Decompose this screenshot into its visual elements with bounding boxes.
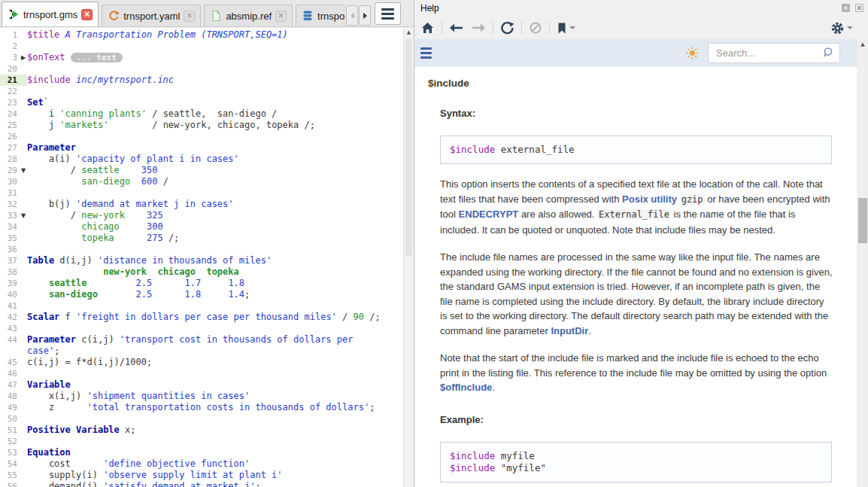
- code-line[interactable]: case';: [0, 345, 403, 357]
- line-number: 27: [0, 142, 20, 154]
- line-number: 52: [0, 436, 20, 447]
- code-line[interactable]: 43: [0, 323, 403, 334]
- code-line[interactable]: 38 new-york chicago topeka: [0, 266, 403, 278]
- database-file-icon: [302, 10, 314, 22]
- sun-icon[interactable]: [686, 47, 699, 62]
- code-line[interactable]: 48 x(i,j) 'shipment quantities in cases': [0, 391, 403, 402]
- tab-trnsport-yaml[interactable]: trnsport.yaml ×: [102, 5, 201, 26]
- line-number: 45: [0, 357, 20, 368]
- line-number: 44: [0, 334, 20, 345]
- tab-trnsport-gdx[interactable]: trnsport.: [296, 5, 345, 26]
- code-line[interactable]: 54 cost 'define objective function': [0, 458, 403, 470]
- code-line[interactable]: 42Scalar f 'freight in dollars per case …: [0, 312, 403, 323]
- help-scrollbar[interactable]: ▲: [857, 40, 868, 487]
- forward-button[interactable]: [471, 22, 486, 34]
- code-line[interactable]: 34 chicago 300: [0, 221, 403, 233]
- line-number: 35: [0, 233, 20, 244]
- tab-scroll-left-button[interactable]: [346, 5, 358, 26]
- code-line[interactable]: 52: [0, 436, 403, 447]
- scroll-up-icon[interactable]: ▲: [857, 40, 868, 49]
- code-line[interactable]: 47Variable: [0, 379, 403, 391]
- code-line[interactable]: 49 z 'total transportation costs in thou…: [0, 402, 403, 413]
- code-editor[interactable]: 1$title A Transportation Problem (TRNSPO…: [0, 28, 403, 487]
- line-number: 33: [0, 210, 20, 221]
- code-lines: 1$title A Transportation Problem (TRNSPO…: [0, 29, 403, 487]
- reload-button[interactable]: [500, 21, 514, 35]
- code-line[interactable]: 31: [0, 187, 403, 199]
- code-line[interactable]: 1$title A Transportation Problem (TRNSPO…: [0, 29, 403, 41]
- tab-close-icon[interactable]: ×: [81, 9, 93, 20]
- code-line[interactable]: 21$include inc/mytrnsport.inc: [0, 75, 403, 86]
- code-line[interactable]: 51Positive Variable x;: [0, 425, 403, 436]
- fold-expanded-icon[interactable]: ▼: [20, 165, 27, 176]
- hamburger-icon: [420, 47, 432, 50]
- tab-list-menu-button[interactable]: [375, 2, 401, 25]
- editor-scrollbar[interactable]: ▲: [403, 28, 414, 487]
- help-link[interactable]: $offInclude: [440, 382, 492, 393]
- code-line[interactable]: 44Parameter c(i,j) 'transport cost in th…: [0, 334, 403, 345]
- code-line[interactable]: 27Parameter: [0, 142, 403, 154]
- line-number: 37: [0, 255, 20, 266]
- tab-absmip-ref[interactable]: absmip.ref ×: [204, 5, 293, 26]
- line-number: 38: [0, 266, 20, 278]
- help-subbar: [414, 39, 858, 66]
- code-line[interactable]: 25 j 'markets' / new-york, chicago, tope…: [0, 120, 403, 131]
- home-button[interactable]: [420, 21, 435, 35]
- code-line[interactable]: 50: [0, 413, 403, 425]
- tab-close-icon[interactable]: ×: [184, 11, 195, 22]
- code-line[interactable]: 24 i 'canning plants' / seattle, san-die…: [0, 108, 403, 120]
- tab-label: trnsport.: [317, 11, 345, 22]
- bookmark-button[interactable]: [557, 22, 575, 35]
- code-line[interactable]: 55 supply(i) 'observe supply limit at pl…: [0, 470, 403, 481]
- code-line[interactable]: 22: [0, 86, 403, 97]
- code-line[interactable]: 2: [0, 41, 403, 52]
- code-line[interactable]: 39 seattle 2.5 1.7 1.8: [0, 278, 403, 289]
- float-panel-icon[interactable]: [840, 3, 851, 13]
- help-scrollbar-thumb[interactable]: [858, 198, 867, 243]
- toc-hamburger-button[interactable]: [420, 47, 432, 59]
- tab-close-icon[interactable]: ×: [275, 11, 287, 22]
- example-label: Example:: [440, 414, 857, 425]
- editor-scrollbar-thumb[interactable]: [405, 38, 412, 257]
- code-line[interactable]: 3▶$onText ... text: [0, 52, 403, 63]
- code-line[interactable]: 32 b(j) 'demand at market j in cases': [0, 199, 403, 210]
- code-line[interactable]: 41: [0, 300, 403, 312]
- code-line[interactable]: 35 topeka 275 /;: [0, 233, 403, 244]
- line-number: 48: [0, 391, 20, 402]
- code-line[interactable]: 28 a(i) 'capacity of plant i in cases': [0, 154, 403, 165]
- help-link[interactable]: ENDECRYPT: [459, 208, 519, 220]
- search-icon: [823, 47, 835, 62]
- code-line[interactable]: 26: [0, 131, 403, 142]
- close-panel-icon[interactable]: [854, 3, 864, 13]
- help-link[interactable]: Posix utility: [622, 193, 677, 205]
- back-button[interactable]: [449, 22, 464, 34]
- search-input[interactable]: [708, 43, 840, 63]
- hamburger-icon: [381, 8, 394, 11]
- line-number: 51: [0, 425, 20, 436]
- code-line[interactable]: 46: [0, 368, 403, 379]
- stop-icon[interactable]: [529, 21, 542, 35]
- tab-scroll-right-button[interactable]: [359, 5, 371, 26]
- code-line[interactable]: 29▼ / seattle 350: [0, 165, 403, 176]
- code-line[interactable]: 40 san-diego 2.5 1.8 1.4;: [0, 289, 403, 300]
- gear-button[interactable]: [830, 21, 853, 35]
- code-line[interactable]: 20: [0, 63, 403, 75]
- line-number: [0, 345, 20, 357]
- scroll-up-icon[interactable]: ▲: [404, 28, 414, 37]
- line-number: 54: [0, 458, 20, 470]
- code-line[interactable]: 36: [0, 244, 403, 255]
- fold-collapsed-icon[interactable]: ▶: [20, 52, 27, 63]
- tab-trnsport-gms[interactable]: trnsport.gms ×: [2, 2, 99, 26]
- code-line[interactable]: 37Table d(i,j) 'distance in thousands of…: [0, 255, 403, 266]
- code-line[interactable]: 45c(i,j) = f*d(i,j)/1000;: [0, 357, 403, 368]
- code-line[interactable]: 23Set`: [0, 97, 403, 108]
- fold-expanded-icon[interactable]: ▼: [20, 210, 27, 221]
- code-line[interactable]: 56 demand(j) 'satisfy demand at market j…: [0, 481, 403, 487]
- line-number: 28: [0, 154, 20, 165]
- code-line[interactable]: 33▼ / new-york 325: [0, 210, 403, 221]
- help-link[interactable]: InputDir: [551, 325, 588, 336]
- line-number: 2: [0, 41, 20, 52]
- code-line[interactable]: 30 san-diego 600 /: [0, 176, 403, 187]
- line-number: 41: [0, 300, 20, 312]
- code-line[interactable]: 53Equation: [0, 447, 403, 458]
